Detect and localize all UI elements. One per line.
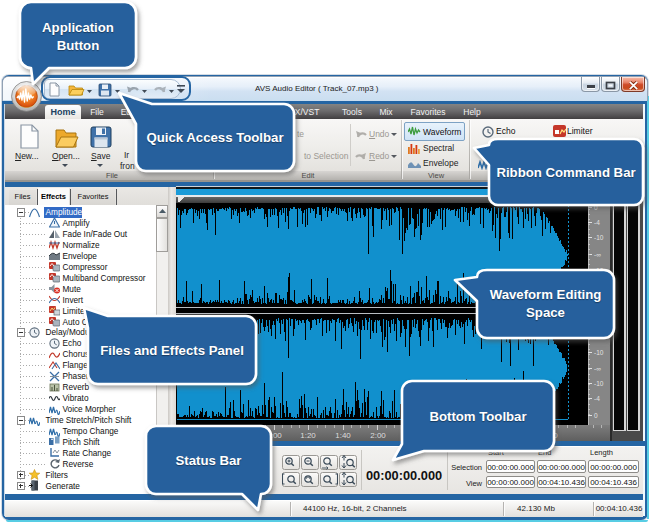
svg-text:0: 0 bbox=[594, 412, 598, 419]
svg-text:0: 0 bbox=[594, 204, 598, 211]
svg-text:1:20: 1:20 bbox=[300, 431, 316, 440]
svg-text:-10: -10 bbox=[594, 234, 604, 241]
svg-text:-4: -4 bbox=[594, 333, 600, 340]
svg-text:-10: -10 bbox=[594, 267, 604, 274]
svg-text:2:20: 2:20 bbox=[404, 431, 420, 440]
svg-text:-4: -4 bbox=[594, 395, 600, 402]
svg-text:2:40: 2:40 bbox=[438, 431, 454, 440]
svg-text:0: 0 bbox=[594, 317, 598, 324]
svg-text:3:20: 3:20 bbox=[508, 431, 524, 440]
svg-text:-∞: -∞ bbox=[594, 365, 601, 372]
svg-text:1:00: 1:00 bbox=[266, 431, 282, 440]
svg-text:-10: -10 bbox=[594, 349, 604, 356]
svg-text:-10: -10 bbox=[594, 380, 604, 387]
svg-text:3:40: 3:40 bbox=[542, 431, 558, 440]
svg-text:3:00: 3:00 bbox=[473, 431, 489, 440]
svg-text:-∞: -∞ bbox=[594, 251, 601, 258]
svg-text:-4: -4 bbox=[594, 219, 600, 226]
svg-text:2:00: 2:00 bbox=[370, 431, 386, 440]
svg-text:1:40: 1:40 bbox=[335, 431, 351, 440]
